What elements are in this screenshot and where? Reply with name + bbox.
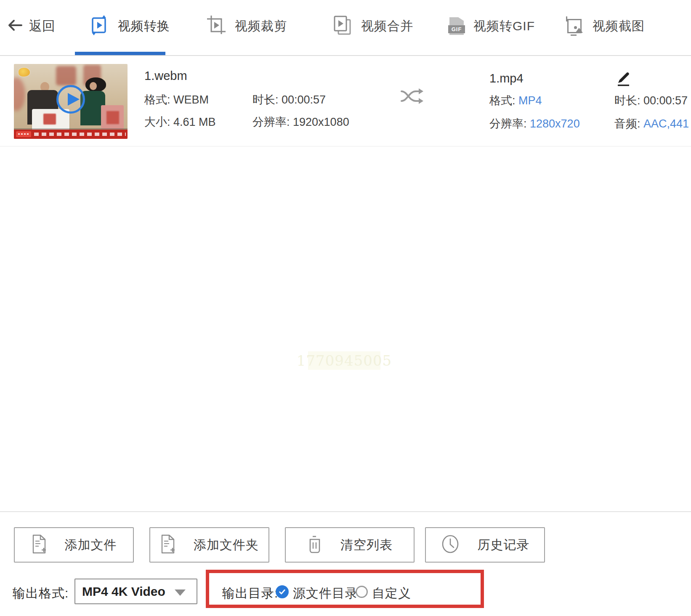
target-duration: 时长: 00:00:57	[614, 93, 688, 108]
add-folder-button[interactable]: 添加文件夹	[149, 527, 269, 563]
video-converter-app: { "nav": { "back_label": "返回", "tabs": […	[0, 0, 691, 616]
tab-video-convert[interactable]: 视频转换	[89, 0, 170, 52]
output-dir-label: 输出目录:	[222, 585, 278, 602]
tab-label-video-screenshot: 视频截图	[593, 18, 645, 35]
radio-custom-directory[interactable]	[356, 586, 368, 598]
add-file-label: 添加文件	[65, 536, 117, 554]
back-button[interactable]: 返回	[6, 0, 55, 52]
radio-custom-directory-label[interactable]: 自定义	[372, 585, 411, 602]
channel-logo	[19, 68, 30, 77]
top-navigation-bar: 返回 视频转换 视频裁剪	[0, 0, 691, 55]
clear-list-button[interactable]: 清空列表	[285, 527, 415, 563]
output-format-label: 输出格式:	[13, 585, 69, 602]
radio-source-directory-label[interactable]: 源文件目录	[293, 585, 358, 602]
source-format: 格式: WEBM	[144, 92, 209, 107]
tab-video-trim[interactable]: 视频裁剪	[206, 0, 287, 52]
shuffle-icon[interactable]	[399, 86, 424, 109]
thumb-news-ticker	[14, 130, 128, 139]
back-arrow-icon	[6, 18, 23, 34]
bottom-panel-divider	[0, 511, 691, 512]
thumb-decor	[14, 77, 25, 111]
add-folder-icon	[160, 534, 176, 556]
tab-video-merge[interactable]: 视频合并	[332, 0, 413, 52]
add-file-button[interactable]: 添加文件	[14, 527, 134, 563]
target-format: 格式: MP4	[489, 93, 542, 108]
history-button[interactable]: 历史记录	[425, 527, 545, 563]
play-button-overlay[interactable]	[56, 85, 85, 114]
output-format-select[interactable]: MP4 4K Video	[74, 579, 197, 604]
video-screenshot-icon	[565, 16, 584, 36]
chevron-down-icon	[175, 589, 186, 596]
add-file-icon	[31, 534, 47, 556]
file-list-empty-area	[0, 146, 691, 511]
tab-label-video-convert: 视频转换	[118, 18, 170, 35]
target-filename: 1.mp4	[489, 72, 524, 85]
clock-icon	[441, 534, 460, 555]
play-icon	[68, 93, 80, 106]
edit-output-icon[interactable]	[615, 68, 631, 88]
clear-list-label: 清空列表	[340, 536, 393, 554]
source-duration: 时长: 00:00:57	[252, 92, 326, 107]
video-trim-icon	[206, 15, 226, 37]
output-format-value: MP4 4K Video	[82, 584, 165, 599]
thumb-anchor-right	[90, 82, 97, 90]
tab-label-video-trim: 视频裁剪	[235, 18, 287, 35]
source-resolution: 分辨率: 1920x1080	[252, 114, 349, 130]
check-icon	[278, 587, 287, 596]
thumb-giftbox	[101, 105, 124, 129]
video-thumbnail[interactable]	[14, 64, 128, 139]
source-size: 大小: 4.61 MB	[144, 114, 216, 130]
source-filename: 1.webm	[144, 69, 187, 83]
history-label: 历史记录	[478, 536, 530, 554]
tab-video-to-gif[interactable]: GIF 视频转GIF	[448, 0, 535, 52]
trash-icon	[307, 534, 323, 555]
target-resolution: 分辨率: 1280x720	[489, 116, 580, 131]
thumb-laptop	[32, 109, 69, 131]
tab-label-video-to-gif: 视频转GIF	[473, 18, 535, 35]
target-audio: 音频: AAC,441	[614, 116, 689, 131]
video-convert-icon	[89, 15, 109, 37]
tab-video-screenshot[interactable]: 视频截图	[565, 0, 645, 52]
watermark-text: 1770945005	[308, 351, 380, 370]
radio-source-directory[interactable]	[276, 585, 289, 598]
add-folder-label: 添加文件夹	[194, 536, 259, 554]
video-merge-icon	[332, 15, 353, 37]
thumb-decor	[56, 66, 76, 85]
back-label: 返回	[29, 17, 55, 35]
video-to-gif-icon: GIF	[448, 16, 465, 36]
tab-label-video-merge: 视频合并	[361, 18, 413, 35]
